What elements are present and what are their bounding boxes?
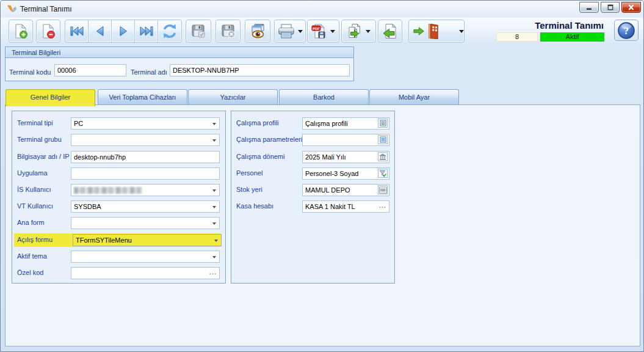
- help-button[interactable]: ?: [614, 20, 639, 41]
- aktif-tema-combo[interactable]: [71, 251, 220, 263]
- chevron-down-icon[interactable]: [214, 240, 218, 242]
- exit-dropdown-arrow[interactable]: [459, 30, 464, 33]
- svg-text:PDF: PDF: [313, 27, 320, 31]
- first-record-button[interactable]: [65, 20, 89, 43]
- bilgisayar-adi-input[interactable]: desktop-nnub7hp: [71, 151, 220, 163]
- chevron-down-icon[interactable]: [212, 206, 216, 208]
- chevron-down-icon[interactable]: [212, 222, 216, 225]
- calisma-parametreleri-input[interactable]: [302, 134, 389, 146]
- export-pdf-button[interactable]: PDF: [307, 20, 339, 43]
- next-record-button[interactable]: [111, 20, 135, 43]
- ellipsis-button[interactable]: ...: [379, 202, 386, 209]
- svg-text:?: ?: [624, 25, 629, 37]
- vt-kullanici-label: VT Kullanıcı: [17, 202, 53, 210]
- acilis-formu-combo[interactable]: TFormSYTileMenu: [73, 234, 222, 246]
- field-row-terminal-tipi: Terminal tipi PC: [12, 117, 225, 130]
- field-row-calisma-parametreleri: Çalışma parametreleri: [231, 133, 394, 147]
- field-row-bilgisayar-adi: Bilgisayar adı / IP desktop-nnub7hp: [12, 150, 225, 164]
- titlebar: Terminal Tanımı: [1, 1, 643, 18]
- app-icon: [7, 4, 16, 15]
- copy-transfer-button[interactable]: [341, 20, 376, 43]
- list-icon[interactable]: [378, 119, 388, 128]
- field-value: MAMUL DEPO: [305, 186, 350, 194]
- terminal-code-input[interactable]: [54, 64, 126, 76]
- field-value: desktop-nnub7hp: [74, 153, 126, 161]
- terminal-grubu-label: Terminal grubu: [17, 136, 62, 143]
- maximize-button[interactable]: [601, 2, 620, 13]
- copy-dropdown-arrow[interactable]: [366, 30, 371, 33]
- field-row-ana-form: Ana form: [12, 216, 225, 230]
- previous-record-button[interactable]: [88, 20, 112, 43]
- chevron-down-icon[interactable]: [212, 256, 216, 258]
- field-row-aktif-tema: Aktif tema: [12, 250, 225, 263]
- last-record-button[interactable]: [134, 20, 158, 43]
- field-value: Çalışma profili: [305, 120, 348, 127]
- preview-button[interactable]: [245, 20, 270, 43]
- window: Terminal Tanımı: [0, 0, 644, 352]
- save-close-button[interactable]: [215, 20, 241, 43]
- field-row-acilis-formu: Açılış formu TFormSYTileMenu: [14, 233, 220, 247]
- calisma-donemi-input[interactable]: 2025 Mali Yılı: [302, 151, 389, 163]
- print-dropdown-arrow[interactable]: [298, 30, 303, 33]
- ellipsis-button[interactable]: ...: [209, 268, 217, 276]
- tab-mobil-ayar[interactable]: Mobil Ayar: [369, 89, 459, 105]
- field-row-personel: Personel Personel-3 Soyad: [231, 167, 394, 180]
- barcode-icon[interactable]: [378, 185, 388, 194]
- field-row-terminal-grubu: Terminal grubu: [12, 133, 225, 147]
- field-row-calisma-profili: Çalışma profili Çalışma profili: [231, 117, 394, 130]
- list-icon[interactable]: [378, 135, 388, 144]
- kasa-hesabi-input[interactable]: KASA 1 Nakit TL...: [302, 200, 389, 213]
- field-row-is-kullanici: İS Kullanıcı: [12, 183, 225, 197]
- terminal-tipi-label: Terminal tipi: [17, 119, 53, 127]
- vt-kullanici-combo[interactable]: SYSDBA: [71, 200, 220, 213]
- ana-form-combo[interactable]: [71, 217, 220, 229]
- terminal-grubu-combo[interactable]: [71, 134, 220, 146]
- stok-yeri-label: Stok yeri: [236, 186, 262, 193]
- ozel-kod-label: Özel kod: [17, 269, 43, 276]
- chevron-down-icon[interactable]: [212, 123, 216, 125]
- tab-genel-bilgiler[interactable]: Genel Bilgiler: [5, 89, 95, 106]
- chevron-down-icon[interactable]: [212, 139, 216, 142]
- kasa-hesabi-label: Kasa hesabı: [236, 202, 273, 210]
- new-record-button[interactable]: [9, 20, 33, 43]
- refresh-button[interactable]: [157, 20, 182, 43]
- exit-button[interactable]: [408, 20, 465, 43]
- stok-yeri-input[interactable]: MAMUL DEPO: [302, 184, 389, 196]
- calisma-donemi-label: Çalışma dönemi: [236, 153, 284, 160]
- field-row-uygulama: Uygulama: [12, 167, 225, 180]
- personel-label: Personel: [236, 169, 262, 177]
- bank-icon[interactable]: [378, 152, 388, 161]
- import-button[interactable]: [378, 20, 402, 43]
- acilis-formu-label: Açılış formu: [17, 236, 52, 243]
- pdf-dropdown-arrow[interactable]: [330, 30, 335, 33]
- bilgisayar-adi-label: Bilgisayar adı / IP: [17, 153, 70, 160]
- terminal-code-label: Terminal kodu: [9, 68, 51, 76]
- field-value: SYSDBA: [74, 203, 101, 210]
- calisma-profili-input[interactable]: Çalışma profili: [302, 117, 389, 130]
- field-row-calisma-donemi: Çalışma dönemi 2025 Mali Yılı: [231, 150, 394, 164]
- left-field-panel: Terminal tipi PC Terminal grubu Bilgisay…: [12, 111, 226, 284]
- tab-barkod[interactable]: Barkod: [279, 89, 369, 105]
- status-badge: Aktif: [540, 32, 604, 42]
- terminal-tipi-combo[interactable]: PC: [71, 117, 220, 130]
- terminal-name-input[interactable]: [170, 64, 350, 76]
- right-field-panel: Çalışma profili Çalışma profili Çalışma …: [231, 111, 395, 284]
- delete-record-button[interactable]: [36, 20, 60, 43]
- window-title: Terminal Tanımı: [20, 5, 71, 13]
- uygulama-input[interactable]: [71, 167, 220, 180]
- tab-yazicilar[interactable]: Yazıcılar: [188, 89, 278, 105]
- personel-input[interactable]: Personel-3 Soyad: [302, 167, 389, 180]
- close-button[interactable]: [621, 2, 641, 13]
- aktif-tema-label: Aktif tema: [17, 252, 47, 260]
- save-button[interactable]: [186, 20, 211, 43]
- field-row-ozel-kod: Özel kod ...: [12, 266, 225, 280]
- field-value: Personel-3 Soyad: [305, 170, 358, 177]
- ozel-kod-input[interactable]: ...: [71, 267, 220, 279]
- minimize-button[interactable]: [579, 2, 599, 13]
- is-kullanici-combo[interactable]: [71, 184, 220, 196]
- print-button[interactable]: [274, 20, 306, 43]
- chevron-down-icon[interactable]: [212, 189, 216, 192]
- filter-check-icon[interactable]: [378, 169, 388, 178]
- field-value: KASA 1 Nakit TL: [305, 203, 355, 210]
- tab-veri-toplama-cihazlari[interactable]: Veri Toplama Cihazları: [98, 89, 187, 105]
